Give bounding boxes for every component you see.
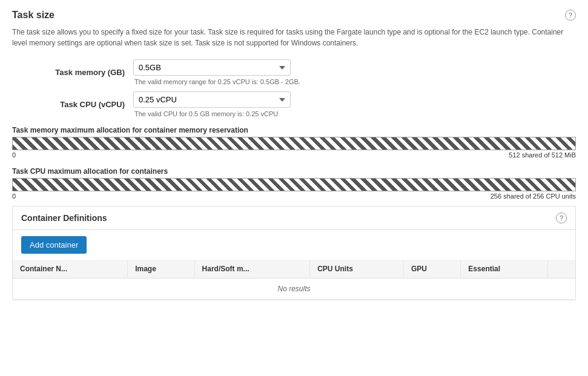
page-container: Task size ? The task size allows you to … (0, 0, 588, 310)
container-definitions-header: Container Definitions ? (13, 206, 575, 230)
memory-bar-left: 0 (12, 151, 16, 159)
task-cpu-row: Task CPU (vCPU) 0.25 vCPU 0.5 vCPU 1 vCP… (12, 91, 576, 117)
col-actions (548, 260, 575, 279)
memory-progress-bar (12, 137, 576, 150)
col-cpu-units: CPU Units (310, 260, 404, 279)
task-memory-label: Task memory (GB) (12, 68, 133, 77)
task-memory-select[interactable]: 0.5GB 1GB 2GB (133, 59, 291, 76)
container-definitions-help-icon[interactable]: ? (556, 213, 567, 223)
task-size-description: The task size allows you to specify a fi… (12, 27, 576, 48)
table-header-row: Container N... Image Hard/Soft m... CPU … (13, 260, 575, 279)
no-results-row: No results (13, 279, 575, 300)
cpu-allocation-section: Task CPU maximum allocation for containe… (12, 167, 576, 200)
add-container-button[interactable]: Add container (21, 236, 87, 254)
task-size-help-icon[interactable]: ? (565, 10, 576, 21)
task-cpu-control: 0.25 vCPU 0.5 vCPU 1 vCPU The valid CPU … (133, 91, 291, 117)
cpu-allocation-label: Task CPU maximum allocation for containe… (12, 167, 576, 176)
task-memory-row: Task memory (GB) 0.5GB 1GB 2GB The valid… (12, 59, 576, 85)
col-container-name: Container N... (13, 260, 128, 279)
memory-allocation-label: Task memory maximum allocation for conta… (12, 126, 576, 134)
col-essential: Essential (461, 260, 548, 279)
task-size-header: Task size ? (12, 10, 576, 21)
task-size-title: Task size (12, 10, 55, 21)
cpu-progress-bar (12, 178, 576, 191)
col-gpu: GPU (403, 260, 460, 279)
memory-allocation-section: Task memory maximum allocation for conta… (12, 126, 576, 159)
memory-bar-labels: 0 512 shared of 512 MiB (12, 151, 576, 159)
cpu-bar-left: 0 (12, 193, 16, 200)
no-results-cell: No results (13, 279, 575, 300)
task-cpu-label: Task CPU (vCPU) (12, 100, 133, 109)
cpu-bar-right: 256 shared of 256 CPU units (491, 193, 576, 200)
memory-bar-right: 512 shared of 512 MiB (509, 151, 576, 159)
task-memory-hint: The valid memory range for 0.25 vCPU is:… (133, 78, 300, 85)
task-memory-control: 0.5GB 1GB 2GB The valid memory range for… (133, 59, 300, 85)
container-definitions-table: Container N... Image Hard/Soft m... CPU … (13, 260, 575, 300)
container-definitions-title: Container Definitions (21, 213, 107, 223)
task-cpu-hint: The valid CPU for 0.5 GB memory is: 0.25… (133, 110, 291, 117)
col-image: Image (128, 260, 194, 279)
container-definitions-section: Container Definitions ? Add container Co… (12, 206, 576, 300)
cpu-bar-labels: 0 256 shared of 256 CPU units (12, 193, 576, 200)
col-hard-soft: Hard/Soft m... (194, 260, 310, 279)
task-cpu-select[interactable]: 0.25 vCPU 0.5 vCPU 1 vCPU (133, 91, 291, 108)
container-definitions-table-wrapper: Container N... Image Hard/Soft m... CPU … (13, 260, 575, 300)
